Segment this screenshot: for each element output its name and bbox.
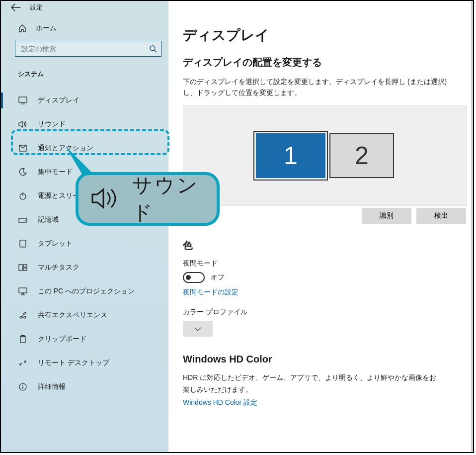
clipboard-icon: [18, 335, 28, 343]
svg-rect-11: [19, 265, 22, 271]
main-panel: ディスプレイ ディスプレイの配置を変更する 下のディスプレイを選択して設定を変更…: [168, 1, 473, 452]
search-input[interactable]: [20, 44, 149, 53]
display-arrange-area[interactable]: 1 2: [183, 105, 467, 206]
toggle-state-label: オフ: [211, 273, 225, 282]
scrollbar[interactable]: [471, 1, 473, 452]
svg-rect-12: [23, 265, 27, 267]
monitor-icon: [18, 96, 28, 104]
svg-point-16: [24, 312, 26, 314]
nav-list: ディスプレイ サウンド 通知とアクション 集中モード: [1, 85, 168, 399]
tablet-icon: [18, 240, 28, 248]
sidebar-item-label: 電源とスリープ: [38, 191, 86, 200]
multitask-icon: [18, 264, 28, 271]
hd-description: HDR に対応したビデオ、ゲーム、アプリで、より明るく、より鮮やかな画像をお楽し…: [183, 372, 441, 396]
color-profile-label: カラー プロファイル: [183, 308, 459, 317]
sidebar-item-label: クリップボード: [38, 335, 86, 344]
svg-point-10: [22, 246, 23, 247]
color-heading: 色: [183, 239, 459, 252]
settings-window: 設定 ホーム システム ディスプレイ: [0, 0, 474, 453]
sidebar-item-label: サウンド: [38, 120, 66, 129]
identify-button[interactable]: 識別: [362, 208, 411, 224]
color-profile-dropdown[interactable]: [183, 321, 213, 337]
hd-settings-link[interactable]: Windows HD Color 設定: [183, 398, 257, 407]
sidebar-item-focus[interactable]: 集中モード: [1, 160, 168, 184]
info-icon: [18, 383, 28, 391]
monitor-2[interactable]: 2: [329, 133, 394, 178]
arrange-buttons: 識別 検出: [183, 208, 466, 224]
sidebar-item-label: 通知とアクション: [38, 144, 93, 153]
sidebar-item-label: この PC へのプロジェクション: [38, 287, 135, 296]
header-row: 設定: [1, 1, 168, 17]
sidebar-item-notifications[interactable]: 通知とアクション: [1, 136, 168, 160]
sidebar-item-label: ディスプレイ: [38, 96, 79, 105]
svg-rect-13: [23, 268, 27, 271]
moon-icon: [18, 168, 28, 176]
sidebar-item-sound[interactable]: サウンド: [1, 112, 168, 136]
sidebar-item-label: 共有エクスペリエンス: [38, 311, 107, 320]
projection-icon: [18, 287, 28, 295]
svg-rect-14: [19, 288, 27, 293]
storage-icon: [18, 216, 28, 223]
power-icon: [18, 192, 28, 200]
svg-point-17: [24, 316, 26, 318]
sidebar-item-remote[interactable]: リモート デスクトップ: [1, 351, 168, 375]
share-icon: [18, 311, 28, 319]
sidebar-item-label: マルチタスク: [38, 263, 79, 272]
arrange-heading: ディスプレイの配置を変更する: [183, 56, 459, 69]
arrange-description: 下のディスプレイを選択して設定を変更します。ディスプレイを長押し (または選択)…: [183, 76, 459, 98]
sidebar-item-projection[interactable]: この PC へのプロジェクション: [1, 279, 168, 303]
night-mode-toggle-row: オフ: [183, 272, 459, 283]
remote-icon: [18, 359, 28, 367]
night-mode-label: 夜間モード: [183, 259, 459, 268]
search-box[interactable]: [15, 41, 161, 57]
sidebar-item-tablet[interactable]: タブレット: [1, 232, 168, 256]
svg-point-22: [22, 385, 23, 386]
home-button[interactable]: ホーム: [1, 17, 168, 40]
night-mode-settings-link[interactable]: 夜間モードの設定: [183, 288, 238, 297]
detect-button[interactable]: 検出: [416, 208, 466, 224]
hd-heading: Windows HD Color: [183, 354, 459, 365]
sidebar-item-label: タブレット: [38, 239, 73, 248]
svg-point-8: [25, 220, 26, 221]
sidebar-item-label: 集中モード: [38, 168, 73, 177]
speaker-icon: [18, 120, 28, 128]
sidebar-item-label: 記憶域: [38, 215, 59, 224]
sidebar-item-power[interactable]: 電源とスリープ: [1, 184, 168, 208]
search-icon: [149, 45, 157, 53]
home-label: ホーム: [36, 24, 57, 33]
notification-icon: [18, 144, 28, 152]
sidebar-item-display[interactable]: ディスプレイ: [1, 89, 168, 112]
sidebar-item-label: 詳細情報: [38, 382, 66, 391]
category-label: システム: [1, 64, 168, 85]
svg-line-1: [155, 50, 157, 52]
night-mode-toggle[interactable]: [183, 272, 205, 283]
hd-color-section: Windows HD Color HDR に対応したビデオ、ゲーム、アプリで、よ…: [183, 354, 459, 408]
sidebar-item-label: リモート デスクトップ: [38, 359, 109, 367]
sidebar-item-multitask[interactable]: マルチタスク: [1, 256, 168, 279]
monitor-1[interactable]: 1: [256, 133, 325, 178]
svg-point-0: [150, 46, 155, 51]
sidebar-item-shared[interactable]: 共有エクスペリエンス: [1, 303, 168, 327]
settings-title: 設定: [30, 3, 43, 12]
sidebar-item-about[interactable]: 詳細情報: [1, 375, 168, 399]
sidebar: 設定 ホーム システム ディスプレイ: [1, 1, 168, 452]
sidebar-item-clipboard[interactable]: クリップボード: [1, 327, 168, 351]
svg-point-15: [20, 316, 22, 318]
home-icon: [18, 24, 27, 32]
chevron-down-icon: [194, 325, 201, 333]
sidebar-item-storage[interactable]: 記憶域: [1, 208, 168, 232]
page-title: ディスプレイ: [183, 26, 459, 45]
svg-rect-2: [19, 97, 27, 102]
back-arrow-icon[interactable]: [11, 3, 21, 11]
color-section: 色 夜間モード オフ 夜間モードの設定 カラー プロファイル: [183, 239, 459, 337]
